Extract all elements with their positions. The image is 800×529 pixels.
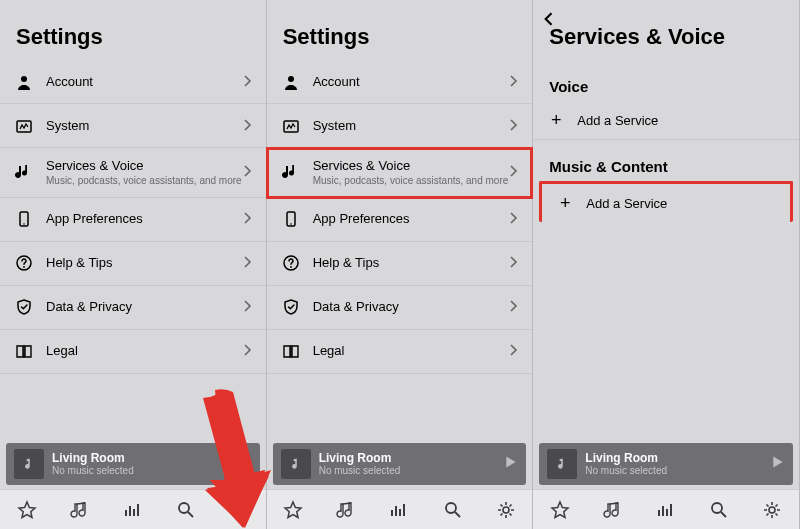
plus-icon: + bbox=[556, 194, 574, 212]
page-title: Settings bbox=[283, 24, 517, 50]
plus-icon: + bbox=[547, 111, 565, 129]
album-art-icon bbox=[281, 449, 311, 479]
tab-browse[interactable] bbox=[373, 500, 426, 520]
person-icon bbox=[281, 72, 301, 92]
now-playing-status: No music selected bbox=[585, 465, 771, 476]
settings-list: Account System Services & Voice Music, p… bbox=[267, 60, 533, 374]
chevron-right-icon bbox=[510, 342, 518, 360]
row-legal[interactable]: Legal bbox=[0, 330, 266, 374]
row-app-preferences[interactable]: App Preferences bbox=[0, 198, 266, 242]
row-account[interactable]: Account bbox=[267, 60, 533, 104]
now-playing-status: No music selected bbox=[319, 465, 505, 476]
system-icon bbox=[14, 116, 34, 136]
services-icon bbox=[14, 162, 34, 182]
now-playing-status: No music selected bbox=[52, 465, 238, 476]
album-art-icon bbox=[14, 449, 44, 479]
row-label: Help & Tips bbox=[313, 255, 511, 271]
row-help[interactable]: Help & Tips bbox=[267, 242, 533, 286]
tab-music[interactable] bbox=[586, 500, 639, 520]
row-help[interactable]: Help & Tips bbox=[0, 242, 266, 286]
row-system[interactable]: System bbox=[0, 104, 266, 148]
now-playing-bar[interactable]: Living Room No music selected bbox=[6, 443, 260, 485]
shield-icon bbox=[14, 297, 34, 317]
chevron-right-icon bbox=[510, 254, 518, 272]
row-legal[interactable]: Legal bbox=[267, 330, 533, 374]
row-label: Account bbox=[46, 74, 244, 90]
row-label: App Preferences bbox=[313, 211, 511, 227]
play-icon[interactable] bbox=[238, 455, 252, 473]
chevron-right-icon bbox=[244, 298, 252, 316]
chevron-right-icon bbox=[244, 254, 252, 272]
header: Services & Voice bbox=[533, 0, 799, 60]
chevron-right-icon bbox=[510, 73, 518, 91]
tab-settings[interactable] bbox=[213, 500, 266, 520]
chevron-right-icon bbox=[244, 117, 252, 135]
now-playing-room: Living Room bbox=[52, 452, 238, 465]
row-label: Help & Tips bbox=[46, 255, 244, 271]
row-label: Data & Privacy bbox=[313, 299, 511, 315]
now-playing-room: Living Room bbox=[585, 452, 771, 465]
play-icon[interactable] bbox=[771, 455, 785, 473]
person-icon bbox=[14, 72, 34, 92]
tab-favorites[interactable] bbox=[533, 500, 586, 520]
tab-favorites[interactable] bbox=[0, 500, 53, 520]
help-icon bbox=[281, 253, 301, 273]
tab-search[interactable] bbox=[159, 500, 212, 520]
tab-bar bbox=[267, 489, 533, 529]
chevron-right-icon bbox=[244, 163, 252, 181]
page-title: Services & Voice bbox=[549, 24, 783, 50]
tab-search[interactable] bbox=[693, 500, 746, 520]
tab-bar bbox=[533, 489, 799, 529]
row-system[interactable]: System bbox=[267, 104, 533, 148]
services-icon bbox=[281, 162, 301, 182]
row-privacy[interactable]: Data & Privacy bbox=[0, 286, 266, 330]
tab-browse[interactable] bbox=[640, 500, 693, 520]
settings-list: Account System Services & Voice Music, p… bbox=[0, 60, 266, 374]
panel-settings-1: Settings Account System Services & Voice… bbox=[0, 0, 267, 529]
chevron-right-icon bbox=[510, 163, 518, 181]
row-account[interactable]: Account bbox=[0, 60, 266, 104]
tab-search[interactable] bbox=[426, 500, 479, 520]
row-label: Services & Voice bbox=[313, 158, 511, 174]
now-playing-bar[interactable]: Living Room No music selected bbox=[273, 443, 527, 485]
row-privacy[interactable]: Data & Privacy bbox=[267, 286, 533, 330]
row-label: Services & Voice bbox=[46, 158, 244, 174]
album-art-icon bbox=[547, 449, 577, 479]
chevron-right-icon bbox=[244, 342, 252, 360]
shield-icon bbox=[281, 297, 301, 317]
now-playing-bar[interactable]: Living Room No music selected bbox=[539, 443, 793, 485]
page-title: Settings bbox=[16, 24, 250, 50]
header: Settings bbox=[267, 0, 533, 60]
action-label: Add a Service bbox=[586, 196, 667, 211]
tab-music[interactable] bbox=[53, 500, 106, 520]
chevron-right-icon bbox=[244, 210, 252, 228]
system-icon bbox=[281, 116, 301, 136]
action-label: Add a Service bbox=[577, 113, 658, 128]
tab-favorites[interactable] bbox=[267, 500, 320, 520]
play-icon[interactable] bbox=[504, 455, 518, 473]
now-playing-room: Living Room bbox=[319, 452, 505, 465]
row-services[interactable]: Services & Voice Music, podcasts, voice … bbox=[0, 148, 266, 198]
book-icon bbox=[281, 341, 301, 361]
book-icon bbox=[14, 341, 34, 361]
chevron-right-icon bbox=[244, 73, 252, 91]
add-music-service[interactable]: + Add a Service bbox=[539, 181, 793, 222]
row-services[interactable]: Services & Voice Music, podcasts, voice … bbox=[267, 148, 533, 198]
phone-icon bbox=[14, 209, 34, 229]
tab-settings[interactable] bbox=[746, 500, 799, 520]
row-label: Account bbox=[313, 74, 511, 90]
row-app-preferences[interactable]: App Preferences bbox=[267, 198, 533, 242]
chevron-right-icon bbox=[510, 298, 518, 316]
row-label: System bbox=[46, 118, 244, 134]
phone-icon bbox=[281, 209, 301, 229]
add-voice-service[interactable]: + Add a Service bbox=[533, 101, 799, 140]
back-button[interactable] bbox=[543, 10, 553, 31]
row-subtitle: Music, podcasts, voice assistants, and m… bbox=[313, 175, 511, 187]
tab-settings[interactable] bbox=[479, 500, 532, 520]
row-label: System bbox=[313, 118, 511, 134]
panel-settings-2: Settings Account System Services & Voice… bbox=[267, 0, 534, 529]
help-icon bbox=[14, 253, 34, 273]
tab-music[interactable] bbox=[320, 500, 373, 520]
header: Settings bbox=[0, 0, 266, 60]
tab-browse[interactable] bbox=[106, 500, 159, 520]
